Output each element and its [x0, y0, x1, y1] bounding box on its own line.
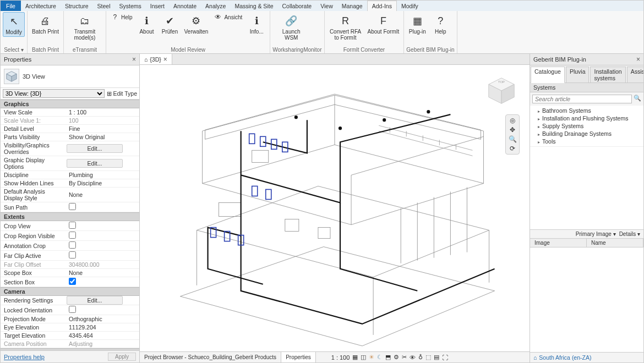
vc-icon[interactable]: ▤	[434, 354, 439, 361]
ribbon-button-batch-print[interactable]: 🖨Batch Print	[30, 12, 61, 36]
tree-node[interactable]: Installation and Flushing Systems	[530, 114, 643, 122]
prop-row: Scope BoxNone	[1, 269, 139, 277]
prop-checkbox[interactable]	[67, 251, 139, 260]
ribbon-button-help[interactable]: ?Help	[108, 12, 135, 22]
ribbon-button-ansicht[interactable]: 👁Ansicht	[211, 12, 244, 22]
vc-icon[interactable]: ⬚	[425, 354, 431, 361]
ribbon-tab-steel[interactable]: Steel	[93, 1, 115, 11]
vc-icon[interactable]: ▦	[352, 354, 358, 361]
vc-icon[interactable]: ⚙	[394, 354, 399, 361]
ribbon-tab-annotate[interactable]: Annotate	[169, 1, 201, 11]
ribbon-tab-collaborate[interactable]: Collaborate	[277, 1, 316, 11]
ribbon-button-launch-wsm[interactable]: 🔗Launch WSM	[272, 12, 310, 42]
prop-value[interactable]: Plumbing	[67, 171, 139, 179]
tree-node[interactable]: Building Drainage Systems	[530, 130, 643, 138]
ribbon-tab-architecture[interactable]: Architecture	[21, 1, 61, 11]
orbit-icon[interactable]: ⟳	[510, 145, 515, 152]
vc-icon[interactable]: 👁	[410, 354, 416, 361]
vc-icon[interactable]: ◫	[361, 354, 366, 361]
prop-edit-button[interactable]: Edit...	[67, 144, 123, 153]
steering-wheel-icon[interactable]: ◎	[510, 117, 515, 124]
tree-node[interactable]: Tools	[530, 138, 643, 145]
type-selector[interactable]: 3D View	[1, 65, 139, 87]
ribbon-button-verwalten[interactable]: ⚙Verwalten	[182, 12, 211, 36]
ribbon-tab-add-ins[interactable]: Add-Ins	[367, 1, 397, 11]
prop-checkbox[interactable]	[67, 241, 139, 250]
prop-checkbox[interactable]	[67, 221, 139, 230]
prop-key: View Scale	[1, 108, 67, 116]
vc-icon[interactable]: ⬒	[385, 354, 391, 361]
vc-icon[interactable]: ♁	[418, 354, 423, 361]
vc-icon[interactable]: ☾	[377, 354, 383, 361]
prop-value[interactable]: Show Original	[67, 133, 139, 141]
close-icon[interactable]: ×	[636, 56, 640, 63]
geberit-tab-assistants[interactable]: Assistants	[627, 67, 644, 83]
prop-section-header[interactable]: Camera	[1, 287, 139, 296]
prop-row: DisciplinePlumbing	[1, 171, 139, 179]
ribbon-button-plug-in[interactable]: ▦Plug-in	[406, 12, 428, 36]
tree-node[interactable]: Bathroom Systems	[530, 107, 643, 114]
properties-help-link[interactable]: Properties help	[4, 354, 45, 360]
ribbon-tab-structure[interactable]: Structure	[61, 1, 93, 11]
prop-section-header[interactable]: Graphics	[1, 100, 139, 108]
tree-node[interactable]: Supply Systems	[530, 122, 643, 130]
prop-edit-button[interactable]: Edit...	[67, 296, 123, 305]
prop-value[interactable]: Orthographic	[67, 315, 139, 323]
vc-icon[interactable]: ⛶	[442, 354, 448, 361]
view-instance-select[interactable]: 3D View: {3D}	[3, 89, 105, 98]
model-canvas[interactable]: TOP ◎ ✥ 🔍 ⟳	[140, 65, 530, 351]
search-input[interactable]	[532, 95, 632, 103]
main-area: Properties × 3D View 3D View: {3D} ⊞ Edi…	[1, 54, 643, 362]
close-icon[interactable]: ×	[132, 56, 136, 63]
ribbon-tab-insert[interactable]: Insert	[146, 1, 169, 11]
ribbon-tab-analyze[interactable]: Analyze	[201, 1, 230, 11]
navigation-bar[interactable]: ◎ ✥ 🔍 ⟳	[505, 114, 520, 155]
ribbon-tab-manage[interactable]: Manage	[337, 1, 367, 11]
edit-type-button[interactable]: ⊞ Edit Type	[107, 90, 137, 97]
file-tab[interactable]: File	[1, 1, 21, 11]
ribbon-button-convert-rfa-to-formit[interactable]: RConvert RFA to FormIt	[327, 12, 364, 42]
ribbon-button-transmit-model-s-[interactable]: 🗂Transmit model(s)	[66, 12, 103, 42]
prop-section-header[interactable]: Extents	[1, 212, 139, 221]
prop-value[interactable]: 4345.464	[67, 332, 139, 339]
geberit-tab-pluvia[interactable]: Pluvia	[566, 67, 590, 83]
prop-value[interactable]: 1 : 100	[67, 108, 139, 116]
vc-icon[interactable]: ✂	[402, 354, 407, 361]
search-icon[interactable]: 🔍	[634, 95, 641, 103]
bottom-tab[interactable]: Properties	[281, 352, 316, 362]
ribbon-tab-systems[interactable]: Systems	[115, 1, 146, 11]
ribbon-tab-view[interactable]: View	[316, 1, 337, 11]
ribbon-button-about-formit[interactable]: FAbout FormIt	[365, 12, 402, 36]
prop-value[interactable]: 11129.204	[67, 323, 139, 331]
locale-footer[interactable]: ⌂ South Africa (en-ZA)	[530, 352, 643, 362]
ribbon-tab-modify[interactable]: Modify	[397, 1, 423, 11]
prop-value[interactable]: Fine	[67, 125, 139, 133]
geberit-tab-installation-systems[interactable]: Installation systems	[590, 67, 625, 83]
view-cube[interactable]: TOP	[485, 75, 517, 107]
ribbon-button-modify[interactable]: ↖Modify	[3, 12, 25, 37]
view-tab-3d[interactable]: ⌂ {3D} ×	[140, 54, 172, 64]
prop-value[interactable]: By Discipline	[67, 179, 139, 187]
prop-checkbox[interactable]	[67, 231, 139, 240]
zoom-icon[interactable]: 🔍	[509, 135, 517, 143]
prop-value[interactable]: None	[67, 269, 139, 277]
bottom-tab[interactable]: Project Browser - Schueco_Building_Geber…	[140, 352, 281, 362]
close-icon[interactable]: ×	[163, 56, 167, 63]
ribbon-button-help[interactable]: ?Help	[429, 12, 451, 36]
ribbon-button-info-[interactable]: ℹInfo...	[245, 12, 268, 36]
primary-image-toggle[interactable]: Primary Image ▾	[576, 231, 616, 237]
apply-button[interactable]: Apply	[108, 353, 136, 361]
prop-checkbox[interactable]	[67, 277, 139, 287]
prop-edit-button[interactable]: Edit...	[67, 159, 123, 168]
pan-icon[interactable]: ✥	[510, 126, 515, 134]
prop-checkbox[interactable]	[67, 202, 139, 212]
ribbon-tab-massing-site[interactable]: Massing & Site	[230, 1, 277, 11]
prop-value[interactable]: None	[67, 191, 139, 199]
ribbon-button-pr-fen[interactable]: ✔Prüfen	[159, 12, 181, 36]
geberit-tab-catalogue[interactable]: Catalogue	[531, 67, 565, 83]
vc-icon[interactable]: ☀	[369, 354, 374, 361]
scale-display[interactable]: 1 : 100	[331, 354, 350, 361]
prop-checkbox[interactable]	[67, 305, 139, 315]
details-toggle[interactable]: Details ▾	[619, 231, 640, 237]
ribbon-button-about[interactable]: ℹAbout	[136, 12, 158, 36]
